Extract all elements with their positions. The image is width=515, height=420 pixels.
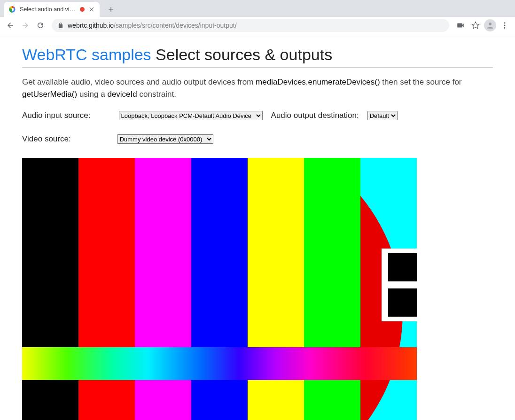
address-bar[interactable]: webrtc.github.io/samples/src/content/dev… [52, 19, 449, 32]
page-title-rest: Select sources & outputs [151, 46, 333, 63]
tab-title: Select audio and video [20, 6, 76, 13]
browser-toolbar: webrtc.github.io/samples/src/content/dev… [0, 17, 515, 34]
url-host: webrtc.github.io [68, 22, 114, 29]
favicon-icon [8, 6, 16, 13]
bookmark-button[interactable] [469, 19, 482, 32]
audio-row: Audio input source: Loopback, Loopback P… [22, 111, 493, 120]
page-title: WebRTC samples Select sources & outputs [22, 46, 493, 68]
digit-overlay [382, 249, 417, 321]
webrtc-samples-link[interactable]: WebRTC samples [22, 46, 151, 63]
video-source-label: Video source: [22, 134, 71, 144]
close-tab-icon[interactable] [88, 6, 95, 13]
svg-point-3 [504, 22, 506, 23]
video-source-select[interactable]: Dummy video device (0x0000) [117, 134, 213, 144]
menu-button[interactable] [498, 19, 511, 32]
audio-output-select[interactable]: Default [367, 111, 398, 120]
camera-indicator-icon[interactable] [454, 19, 467, 32]
svg-point-5 [504, 27, 506, 29]
url-text: webrtc.github.io/samples/src/content/dev… [68, 22, 237, 29]
video-preview [22, 158, 417, 420]
browser-window: Select audio and video webrtc.github.io/… [0, 0, 515, 420]
page-viewport[interactable]: WebRTC samples Select sources & outputs … [0, 34, 515, 420]
url-path: /samples/src/content/devices/input-outpu… [114, 22, 236, 29]
audio-input-select[interactable]: Loopback, Loopback PCM-Default Audio Dev… [119, 111, 263, 120]
intro-text: Get available audio, video sources and a… [22, 76, 493, 101]
color-bars [22, 158, 417, 420]
profile-avatar[interactable] [484, 19, 496, 31]
audio-output-label: Audio output destination: [271, 111, 359, 120]
device-controls: Audio input source: Loopback, Loopback P… [22, 111, 493, 144]
reload-button[interactable] [34, 19, 47, 32]
tab-strip: Select audio and video [0, 0, 515, 17]
forward-button[interactable] [19, 19, 32, 32]
lock-icon [57, 22, 64, 29]
browser-tab[interactable]: Select audio and video [4, 2, 100, 17]
video-row: Video source: Dummy video device (0x0000… [22, 134, 493, 144]
page-content: WebRTC samples Select sources & outputs … [22, 34, 493, 420]
color-bar-black [22, 158, 78, 420]
new-tab-button[interactable] [104, 3, 117, 16]
svg-point-2 [489, 23, 492, 25]
recording-indicator-icon [80, 7, 85, 12]
back-button[interactable] [4, 19, 17, 32]
audio-input-label: Audio input source: [22, 111, 91, 120]
svg-point-4 [504, 25, 506, 26]
hue-gradient-bar [22, 347, 417, 380]
